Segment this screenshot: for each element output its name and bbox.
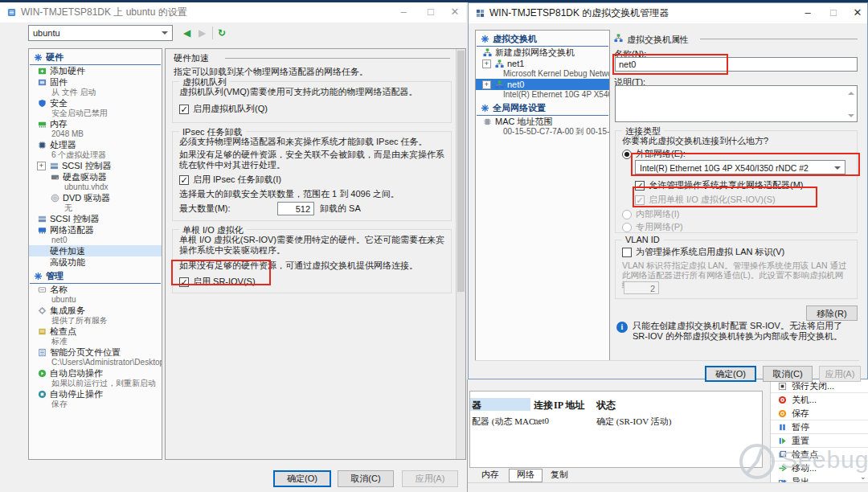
scroll-down-icon[interactable]: ⌄	[860, 473, 866, 481]
sidebar-item-label: 硬盘驱动器	[63, 172, 107, 182]
vlan-enable-checkbox[interactable]: 为管理操作系统启用虚拟 LAN 标识(V)	[622, 246, 784, 258]
sidebar-item-添加硬件[interactable]: 添加硬件	[29, 65, 162, 76]
maximize-button[interactable]: □	[822, 3, 845, 23]
scroll-up-icon[interactable]	[848, 88, 854, 95]
scsi-icon	[37, 215, 47, 224]
back-icon[interactable]: ◀	[183, 25, 190, 41]
expander-icon[interactable]: +	[37, 162, 46, 170]
apply-button[interactable]: 应用(A)	[402, 470, 458, 487]
sidebar-item-sub: 无	[29, 203, 162, 213]
cancel-button[interactable]: 取消(C)	[338, 470, 394, 487]
cancel-button[interactable]: 取消(C)	[763, 366, 813, 382]
sidebar-item-固件[interactable]: 固件	[29, 76, 162, 88]
minimize-button[interactable]: –	[392, 2, 415, 22]
table-cell[interactable]: 确定 (SR-IOV 活动)	[596, 416, 671, 428]
tree-item-net1[interactable]: +net1	[476, 58, 609, 69]
sidebar-item-自动启动操作[interactable]: 自动启动操作	[29, 367, 162, 379]
sidebar-item-label: 固件	[50, 77, 68, 88]
ipsec-desc1: 必须支持物理网络适配器和来宾操作系统才能卸载 IPsec 任务。	[179, 137, 448, 147]
tree-item-net0[interactable]: +net0	[476, 79, 609, 90]
add-hardware-icon	[37, 67, 47, 76]
sidebar-item-label: 处理器	[50, 140, 76, 150]
action-移动...[interactable]: 移动...	[771, 461, 868, 475]
sidebar-item-网络适配器[interactable]: 网络适配器	[29, 224, 162, 236]
autostart-icon	[37, 369, 47, 379]
close-button[interactable]: ✕	[846, 3, 868, 23]
notes-textarea[interactable]	[615, 85, 858, 122]
tree-item-MAC 地址范围[interactable]: MAC 地址范围	[476, 116, 609, 127]
sidebar-item-sub: ubuntu	[29, 295, 162, 305]
main-panel-scrollbar[interactable]	[456, 49, 465, 459]
expander-icon[interactable]: +	[482, 59, 491, 68]
sidebar-item-检查点[interactable]: 检查点	[29, 326, 162, 337]
apply-button[interactable]: 应用(A)	[819, 366, 861, 382]
tab-内存[interactable]: 内存	[474, 469, 506, 481]
tree-item-label: MAC 地址范围	[495, 117, 553, 127]
vmq-enable-checkbox[interactable]: ✓ 启用虚拟机队列(Q)	[179, 103, 268, 115]
table-header-1: 连接	[534, 399, 553, 412]
minimize-button[interactable]: –	[796, 3, 819, 23]
sidebar-item-label: SCSI 控制器	[62, 161, 112, 171]
maximize-button[interactable]: □	[420, 2, 442, 22]
sidebar-item-名称[interactable]: 名称	[29, 284, 162, 295]
tab-网络[interactable]: 网络	[509, 469, 542, 482]
tree-item-新建虚拟网络交换机[interactable]: 新建虚拟网络交换机	[476, 47, 609, 58]
tree-section-label: 虚拟交换机	[493, 33, 537, 45]
ok-button[interactable]: 确定(O)	[273, 470, 331, 487]
vswitch-tree: 虚拟交换机新建虚拟网络交换机+net1Microsoft Kernel Debu…	[475, 30, 610, 361]
action-保存[interactable]: 保存	[771, 407, 868, 420]
sidebar-item-sub: 安全启动已禁用	[29, 109, 162, 118]
ipsec-max-input[interactable]: 512	[277, 202, 314, 215]
window-title: WIN-TMJETSP81DK 的虚拟交换机管理器	[489, 6, 669, 20]
sidebar-item-安全[interactable]: 安全	[29, 97, 162, 109]
footer-rule	[475, 360, 859, 361]
sidebar-item-高级功能[interactable]: 高级功能	[29, 256, 162, 268]
expander-icon[interactable]: +	[482, 80, 491, 89]
tree-item-sub: 00-15-5D-C7-7A-00 到 00-15-5D-...	[476, 127, 609, 137]
services-icon	[37, 306, 47, 316]
vm-settings-window: WIN-TMJETSP81DK 上 ubuntu 的设置 – □ ✕ ubunt…	[0, 2, 466, 492]
action-重置[interactable]: 重置	[771, 434, 868, 448]
action-label: 导出...	[792, 476, 817, 483]
sidebar-item-硬件加速[interactable]: 硬件加速	[29, 245, 162, 256]
ok-button[interactable]: 确定(O)	[705, 366, 756, 382]
sidebar-item-DVD 驱动器[interactable]: DVD 驱动器	[29, 192, 162, 203]
vm-actions-panel: 强行关闭...关机...保存暂停重置检查点移动...导出...	[770, 379, 868, 482]
sidebar-item-SCSI 控制器[interactable]: SCSI 控制器	[29, 213, 162, 224]
tree-item-sub: Intel(R) Ethernet 10G 4P X540/I35...	[476, 90, 609, 100]
refresh-icon[interactable]: ↻	[218, 25, 226, 41]
ipsec-enable-checkbox[interactable]: ✓ 启用 IPsec 任务卸载(I)	[179, 174, 281, 186]
remove-button[interactable]: 移除(R)	[806, 305, 858, 321]
close-button[interactable]: ✕	[444, 2, 466, 22]
sidebar-item-自动停止操作[interactable]: 自动停止操作	[29, 388, 162, 400]
sidebar-item-sub: 从 文件 启动	[29, 88, 162, 97]
action-导出...[interactable]: 导出...	[771, 475, 868, 482]
action-关机...[interactable]: 关机...	[771, 393, 868, 407]
forward-icon[interactable]: ▶	[199, 25, 206, 41]
scroll-down-icon[interactable]	[848, 114, 854, 121]
sidebar-item-SCSI 控制器[interactable]: +SCSI 控制器	[29, 160, 162, 171]
save-icon	[777, 408, 787, 418]
action-label: 保存	[792, 408, 809, 420]
table-cell[interactable]: 配器 (动态 MAC...	[472, 416, 541, 428]
vm-selector-dropdown[interactable]: ubuntu	[28, 25, 173, 41]
scrollbar-thumb[interactable]	[457, 51, 465, 292]
ipsec-range-text: 选择最大的卸载安全关联数量，范围在 1 到 4096 之间。	[179, 189, 448, 199]
sidebar-item-集成服务[interactable]: 集成服务	[29, 305, 162, 316]
action-label: 暂停	[792, 421, 809, 433]
new-switch-icon	[482, 48, 492, 58]
memory-icon	[37, 120, 47, 129]
sidebar-item-label: 自动启动操作	[50, 368, 103, 379]
tab-复制[interactable]: 复制	[543, 469, 575, 481]
pane-header: 虚拟交换机属性	[627, 34, 689, 46]
sidebar-item-内存[interactable]: 内存	[29, 118, 162, 129]
section-rule	[225, 58, 450, 59]
action-检查点[interactable]: 检查点	[771, 448, 868, 461]
sidebar-item-处理器[interactable]: 处理器	[29, 139, 162, 150]
table-cell[interactable]: net0	[534, 416, 549, 425]
hyperv-manager-background: 器连接IP 地址状态 配器 (动态 MAC...net0确定 (SR-IOV 活…	[467, 379, 868, 492]
sidebar-item-智能分页文件位置[interactable]: 智能分页文件位置	[29, 346, 162, 358]
info-icon: i	[616, 322, 628, 333]
action-暂停[interactable]: 暂停	[771, 420, 868, 434]
sidebar-item-硬盘驱动器[interactable]: 硬盘驱动器	[29, 171, 162, 182]
